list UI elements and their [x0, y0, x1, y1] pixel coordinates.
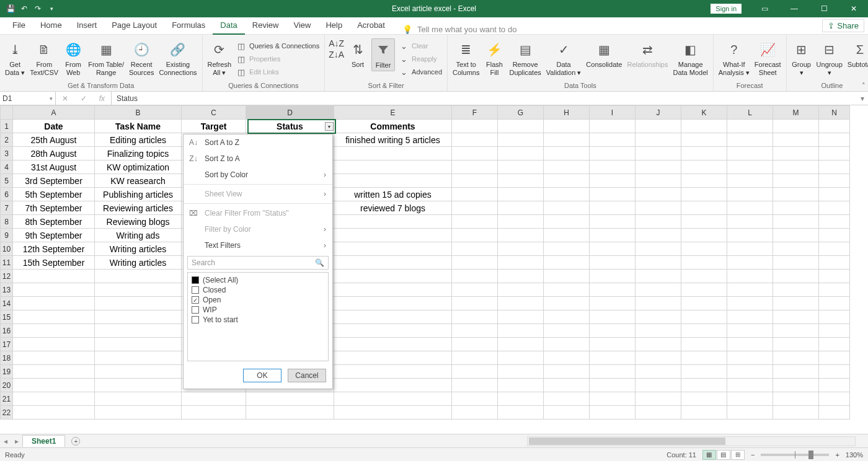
cell-K9[interactable] — [681, 229, 727, 242]
ol-btn-0[interactable]: ⊞Group ▾ — [790, 38, 813, 77]
ok-button[interactable]: OK — [243, 369, 281, 382]
cell-J4[interactable] — [636, 160, 681, 174]
cell-I20[interactable] — [590, 379, 636, 392]
dt-btn-6[interactable]: ◧Manage Data Model — [672, 38, 709, 77]
cell-F4[interactable] — [452, 160, 498, 174]
cell-E3[interactable] — [334, 147, 452, 160]
cell-H9[interactable] — [544, 229, 590, 242]
cell-E5[interactable] — [334, 174, 452, 188]
cell-J20[interactable] — [636, 379, 681, 392]
cell-L6[interactable] — [727, 188, 773, 201]
cell-F3[interactable] — [452, 147, 498, 160]
row-header-9[interactable]: 9 — [1, 229, 13, 242]
dt-btn-2[interactable]: ▤Remove Duplicates — [508, 38, 542, 77]
cell-I1[interactable] — [590, 120, 636, 133]
cell-M12[interactable] — [773, 270, 819, 283]
cell-J5[interactable] — [636, 174, 681, 188]
cell-N15[interactable] — [819, 310, 850, 324]
cell-I4[interactable] — [590, 160, 636, 174]
cell-H11[interactable] — [544, 256, 590, 270]
cell-F11[interactable] — [452, 256, 498, 270]
cell-F13[interactable] — [452, 283, 498, 297]
cell-N11[interactable] — [819, 256, 850, 270]
cell-G4[interactable] — [498, 160, 544, 174]
cell-M18[interactable] — [773, 351, 819, 365]
cell-M19[interactable] — [773, 365, 819, 379]
cell-L3[interactable] — [727, 147, 773, 160]
view-pagebreak-icon[interactable]: ⊞ — [731, 450, 745, 460]
cell-K20[interactable] — [681, 379, 727, 392]
cell-J15[interactable] — [636, 310, 681, 324]
cell-G8[interactable] — [498, 215, 544, 229]
cell-I12[interactable] — [590, 270, 636, 283]
row-header-13[interactable]: 13 — [1, 283, 13, 297]
cell-B8[interactable]: Reviewing blogs — [95, 215, 182, 229]
cell-M1[interactable] — [773, 120, 819, 133]
cell-K18[interactable] — [681, 351, 727, 365]
cell-N5[interactable] — [819, 174, 850, 188]
row-header-22[interactable]: 22 — [1, 406, 13, 420]
gt-btn-2[interactable]: 🌐From Web — [62, 38, 84, 77]
cell-B16[interactable] — [95, 324, 182, 338]
select-all-corner[interactable] — [1, 106, 13, 120]
cell-I7[interactable] — [590, 201, 636, 215]
cell-H22[interactable] — [544, 406, 590, 420]
menu-tab-view[interactable]: View — [286, 17, 318, 35]
cell-J17[interactable] — [636, 338, 681, 351]
cell-I21[interactable] — [590, 392, 636, 406]
col-header-C[interactable]: C — [182, 106, 246, 120]
cell-E1[interactable]: Comments — [334, 120, 452, 133]
menu-tab-home[interactable]: Home — [33, 17, 69, 35]
col-header-K[interactable]: K — [681, 106, 727, 120]
cell-L1[interactable] — [727, 120, 773, 133]
cell-G6[interactable] — [498, 188, 544, 201]
cell-E12[interactable] — [334, 270, 452, 283]
cell-G20[interactable] — [498, 379, 544, 392]
cell-F1[interactable] — [452, 120, 498, 133]
cell-E13[interactable] — [334, 283, 452, 297]
cell-M22[interactable] — [773, 406, 819, 420]
cell-F5[interactable] — [452, 174, 498, 188]
cell-M21[interactable] — [773, 392, 819, 406]
cell-B11[interactable]: Writing articles — [95, 256, 182, 270]
cell-M4[interactable] — [773, 160, 819, 174]
cell-C22[interactable] — [182, 406, 246, 420]
filter-option-4[interactable]: Yet to start — [192, 315, 324, 325]
cell-N21[interactable] — [819, 392, 850, 406]
cell-F10[interactable] — [452, 242, 498, 256]
cell-I11[interactable] — [590, 256, 636, 270]
cell-A5[interactable]: 3rd September — [13, 174, 95, 188]
cell-K6[interactable] — [681, 188, 727, 201]
cell-M14[interactable] — [773, 297, 819, 310]
row-header-7[interactable]: 7 — [1, 201, 13, 215]
cell-F18[interactable] — [452, 351, 498, 365]
cell-B14[interactable] — [95, 297, 182, 310]
cell-J2[interactable] — [636, 133, 681, 147]
dt-btn-1[interactable]: ⚡Flash Fill — [483, 38, 505, 77]
cell-E20[interactable] — [334, 379, 452, 392]
cell-F14[interactable] — [452, 297, 498, 310]
cell-J7[interactable] — [636, 201, 681, 215]
scrollbar-thumb[interactable] — [529, 437, 725, 445]
cell-D21[interactable] — [246, 392, 334, 406]
cell-I9[interactable] — [590, 229, 636, 242]
row-header-19[interactable]: 19 — [1, 365, 13, 379]
text-filters-item[interactable]: Text Filters› — [184, 237, 332, 253]
menu-tab-help[interactable]: Help — [318, 17, 350, 35]
cell-L15[interactable] — [727, 310, 773, 324]
cell-M13[interactable] — [773, 283, 819, 297]
cell-K11[interactable] — [681, 256, 727, 270]
cell-E4[interactable] — [334, 160, 452, 174]
cell-E21[interactable] — [334, 392, 452, 406]
zoom-thumb[interactable] — [808, 451, 813, 459]
cell-M9[interactable] — [773, 229, 819, 242]
cell-G9[interactable] — [498, 229, 544, 242]
gt-btn-1[interactable]: 🗎From Text/CSV — [29, 38, 60, 77]
cell-A19[interactable] — [13, 365, 95, 379]
cell-N12[interactable] — [819, 270, 850, 283]
row-header-2[interactable]: 2 — [1, 133, 13, 147]
cell-H14[interactable] — [544, 297, 590, 310]
cell-L22[interactable] — [727, 406, 773, 420]
cell-A13[interactable] — [13, 283, 95, 297]
cell-I16[interactable] — [590, 324, 636, 338]
